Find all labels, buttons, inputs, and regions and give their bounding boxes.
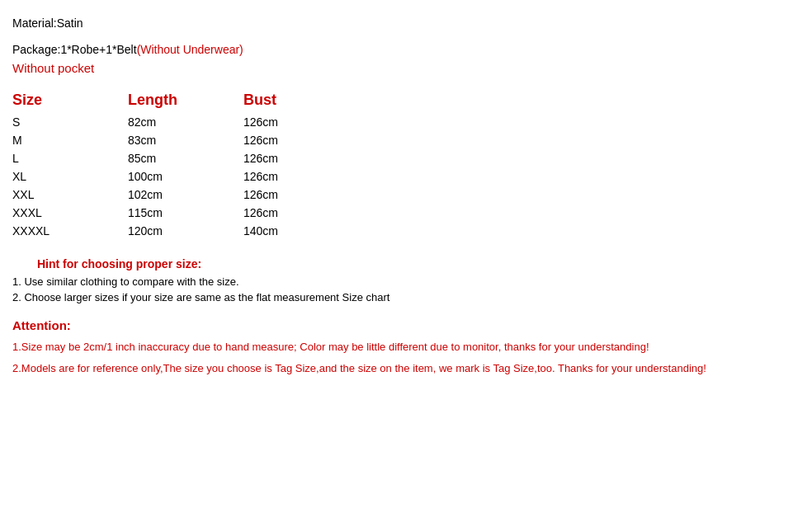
bust-cell: 126cm [227,152,342,165]
table-row: XXL 102cm 126cm [12,188,342,201]
list-item: 2. Choose larger sizes if your size are … [12,291,800,303]
size-cell: XL [12,170,111,183]
length-cell: 100cm [111,170,227,183]
bust-cell: 126cm [227,188,342,201]
size-rows: S 82cm 126cm M 83cm 126cm L 85cm 126cm X… [12,115,342,238]
attention-items: 1.Size may be 2cm/1 inch inaccuracy due … [12,339,800,376]
bust-cell: 126cm [227,115,342,129]
package-red-text: (Without Underwear) [137,43,243,56]
bust-cell: 126cm [227,170,342,183]
table-row: M 83cm 126cm [12,134,342,147]
hint-items: 1. Use similar clothing to compare with … [12,275,800,303]
length-cell: 85cm [111,152,227,165]
size-table: Size Length Bust S 82cm 126cm M 83cm 126… [12,92,342,238]
length-header: Length [111,92,227,109]
size-cell: XXXXL [12,224,111,238]
attention-title: Attention: [12,318,800,332]
table-row: L 85cm 126cm [12,152,342,165]
table-row: XXXL 115cm 126cm [12,206,342,219]
table-row: XL 100cm 126cm [12,170,342,183]
package-text: 1*Robe+1*Belt [60,43,136,56]
size-table-header: Size Length Bust [12,92,342,109]
length-cell: 83cm [111,134,227,147]
hint-title: Hint for choosing proper size: [37,257,800,270]
table-row: XXXXL 120cm 140cm [12,224,342,238]
length-cell: 82cm [111,115,227,129]
list-item: 2.Models are for reference only,The size… [12,360,800,377]
size-cell: L [12,152,111,165]
list-item: 1.Size may be 2cm/1 inch inaccuracy due … [12,339,800,355]
size-cell: XXXL [12,206,111,219]
length-cell: 115cm [111,206,227,219]
list-item: 1. Use similar clothing to compare with … [12,275,800,288]
material-label: Material: [12,16,57,30]
bust-cell: 126cm [227,206,342,219]
bust-cell: 140cm [227,224,342,238]
length-cell: 102cm [111,188,227,201]
package-line: Package:1*Robe+1*Belt(Without Underwear) [12,43,800,56]
table-row: S 82cm 126cm [12,115,342,129]
hint-section: Hint for choosing proper size: 1. Use si… [12,257,800,303]
size-cell: M [12,134,111,147]
length-cell: 120cm [111,224,227,238]
bust-header: Bust [227,92,342,109]
size-header: Size [12,92,111,109]
material-line: Material:Satin [12,16,800,30]
without-pocket-text: Without pocket [12,61,800,75]
bust-cell: 126cm [227,134,342,147]
attention-section: Attention: 1.Size may be 2cm/1 inch inac… [12,318,800,376]
material-value: Satin [57,16,83,30]
size-cell: XXL [12,188,111,201]
package-label: Package: [12,43,60,56]
size-cell: S [12,115,111,129]
